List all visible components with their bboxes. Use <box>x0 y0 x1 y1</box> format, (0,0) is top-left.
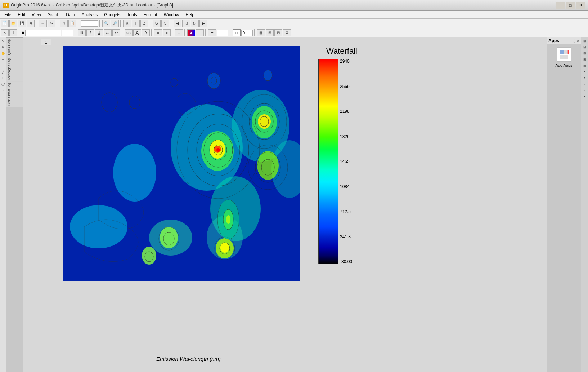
sep3 <box>78 20 79 27</box>
apps-minimize-btn[interactable]: — <box>568 39 572 43</box>
graph-tab-1[interactable]: 1 <box>41 39 51 45</box>
rect-tool-btn[interactable]: □ <box>0 75 6 81</box>
pointer-btn[interactable]: ↖ <box>1 29 9 36</box>
sep7 <box>171 20 172 27</box>
s-btn[interactable]: S <box>161 20 169 27</box>
sep2 <box>57 20 58 27</box>
zoom-out-btn[interactable]: 🔎 <box>111 20 119 27</box>
menu-view[interactable]: View <box>29 12 44 18</box>
menu-analysis[interactable]: Analysis <box>79 12 101 18</box>
table-btn[interactable]: ⊞ <box>266 29 274 36</box>
line-style-btn[interactable]: ━ <box>208 29 216 36</box>
messages-log-panel[interactable]: Messages-Log <box>6 57 23 81</box>
underline-btn[interactable]: U <box>95 29 103 36</box>
menu-tools[interactable]: Tools <box>124 12 140 18</box>
nav-prev-btn[interactable]: ◁ <box>182 20 190 27</box>
zoom-tool-btn[interactable]: ⊕ <box>0 44 6 50</box>
rs-btn-10[interactable]: ▪ <box>582 93 588 99</box>
menu-file[interactable]: File <box>1 12 14 18</box>
rs-btn-3[interactable]: ⊡ <box>582 50 588 56</box>
font-name-input[interactable]: Default: Arial <box>25 30 61 36</box>
menu-data[interactable]: Data <box>63 12 78 18</box>
arrow-tool-btn[interactable]: → <box>0 87 6 93</box>
font-size-input[interactable]: 0 <box>62 30 73 36</box>
text-tool-btn[interactable]: T <box>0 63 6 68</box>
hatch-btn[interactable]: ▦ <box>257 29 265 36</box>
start-smart-log-panel[interactable]: Start Smart Log <box>6 81 23 107</box>
y-btn[interactable]: Y <box>132 20 140 27</box>
color-fill-btn[interactable]: ▲ <box>187 29 195 36</box>
g-btn[interactable]: G <box>153 20 161 27</box>
draw-tool-btn[interactable]: ✏ <box>0 57 6 62</box>
line-tool-btn[interactable]: ╱ <box>0 69 6 75</box>
menu-format[interactable]: Format <box>141 12 160 18</box>
svg-point-2 <box>113 144 156 201</box>
subscript-btn[interactable]: x2 <box>104 29 112 36</box>
select-tool-btn[interactable]: ↖ <box>0 38 6 44</box>
z-btn[interactable]: Z <box>140 20 148 27</box>
apps-detach-btn[interactable]: ⬡ <box>573 39 576 43</box>
nav-back-btn[interactable]: ◀ <box>174 20 181 27</box>
rs-btn-9[interactable]: ▪ <box>582 87 588 93</box>
maximize-button[interactable]: □ <box>566 2 575 9</box>
copy-btn[interactable]: ⎘ <box>60 20 68 27</box>
menu-graph[interactable]: Graph <box>45 12 62 18</box>
color-label-341: 341.3 <box>340 234 352 239</box>
rs-btn-1[interactable]: ⊞ <box>582 38 588 44</box>
font-icon: A <box>22 31 24 35</box>
x-btn[interactable]: X <box>123 20 131 27</box>
plot-container: 840 820 800 780 760 740 720 700 680 660 … <box>63 46 300 281</box>
titlebar-controls[interactable]: — □ ✕ <box>556 2 585 9</box>
rs-btn-6[interactable]: ▪ <box>582 69 588 75</box>
big-a-btn[interactable]: A <box>133 29 141 36</box>
text-select-btn[interactable]: I <box>9 29 17 36</box>
undo-btn[interactable]: ↩ <box>39 20 47 27</box>
bold-btn[interactable]: B <box>78 29 86 36</box>
align-left-btn[interactable]: ≡ <box>154 29 162 36</box>
italic-btn[interactable]: I <box>86 29 94 36</box>
superscript-btn[interactable]: x2 <box>112 29 120 36</box>
close-button[interactable]: ✕ <box>576 2 585 9</box>
paste-btn[interactable]: 📋 <box>68 20 76 27</box>
menu-window[interactable]: Window <box>161 12 182 18</box>
rs-btn-7[interactable]: ▪ <box>582 75 588 81</box>
apps-close-btn[interactable]: ✕ <box>576 39 579 43</box>
merge-btn[interactable]: ⊟ <box>274 29 282 36</box>
redo-btn[interactable]: ↪ <box>48 20 55 27</box>
ellipse-tool-btn[interactable]: ◯ <box>0 81 6 87</box>
add-apps-button[interactable]: + Add Apps <box>547 44 581 70</box>
zoom-in-btn[interactable]: 🔍 <box>102 20 110 27</box>
nav-fwd-btn[interactable]: ▶ <box>199 20 207 27</box>
align-center-btn[interactable]: ≡ <box>163 29 171 36</box>
sep-f8 <box>230 29 231 36</box>
new-btn[interactable]: 📄 <box>1 20 9 27</box>
zoom-input[interactable]: 100% <box>81 20 98 27</box>
save-btn[interactable]: 💾 <box>18 20 26 27</box>
rs-btn-2[interactable]: ⊟ <box>582 44 588 50</box>
rs-btn-8[interactable]: ▪ <box>582 81 588 87</box>
menu-edit[interactable]: Edit <box>15 12 28 18</box>
pan-tool-btn[interactable]: ✋ <box>0 50 6 56</box>
split-btn[interactable]: ⊠ <box>283 29 291 36</box>
alpha-btn[interactable]: αβ <box>125 29 133 36</box>
menu-gadgets[interactable]: Gadgets <box>101 12 123 18</box>
line-size-input[interactable]: 0 <box>217 30 228 36</box>
color-line-btn[interactable]: — <box>196 29 204 36</box>
nav-next-btn[interactable]: ▷ <box>191 20 199 27</box>
rs-btn-4[interactable]: ⊠ <box>582 57 588 62</box>
colorscale-labels: 2940 2569 2198 1826 1455 1084 712.5 341.… <box>340 59 352 264</box>
apps-header-controls[interactable]: — ⬡ ✕ <box>568 39 579 43</box>
rotate-btn[interactable]: ↕ <box>175 29 183 36</box>
open-btn[interactable]: 📂 <box>9 20 17 27</box>
menubar: File Edit View Graph Data Analysis Gadge… <box>0 11 588 19</box>
left-panels: Quick Help Messages-Log Start Smart Log <box>6 37 23 372</box>
small-a-btn[interactable]: A <box>142 29 150 36</box>
print-btn[interactable]: 🖨 <box>27 20 35 27</box>
rs-btn-5[interactable]: ⊞ <box>582 63 588 68</box>
quick-help-panel[interactable]: Quick Help <box>6 37 23 57</box>
color-size-input[interactable] <box>241 30 253 36</box>
menu-help[interactable]: Help <box>183 12 197 18</box>
minimize-button[interactable]: — <box>556 2 565 9</box>
color-rect-btn[interactable]: □ <box>233 29 241 36</box>
graph-tab-row: 1 <box>41 39 51 45</box>
